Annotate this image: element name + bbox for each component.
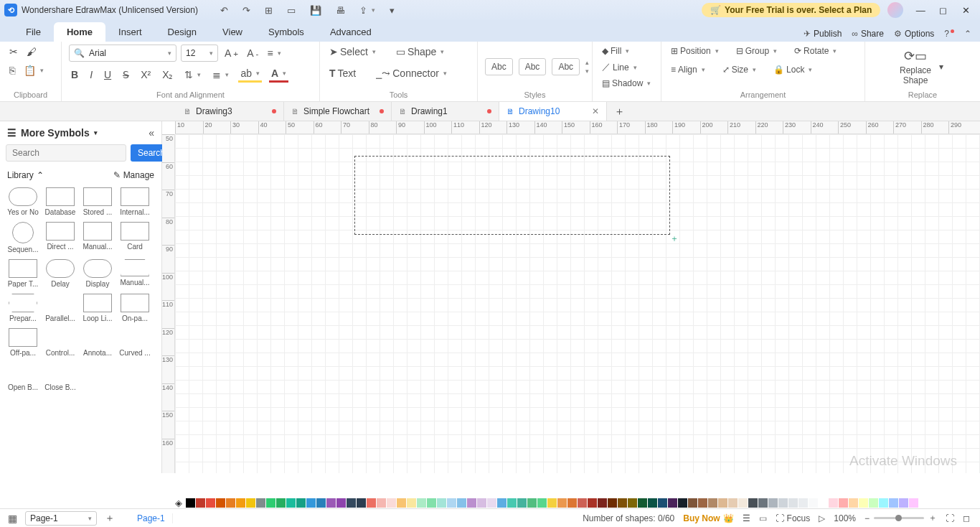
canvas[interactable]: 1020304050607080901001101201301401501601…	[162, 121, 980, 473]
color-swatch[interactable]	[909, 498, 918, 508]
tab-symbols[interactable]: Symbols	[255, 22, 317, 42]
color-swatch[interactable]	[798, 498, 808, 508]
color-swatch[interactable]	[226, 498, 235, 508]
color-swatch[interactable]	[377, 498, 386, 508]
document-tab[interactable]: 🗎Drawing1	[392, 102, 499, 121]
style-preset-2[interactable]: Abc	[519, 58, 547, 75]
page-layout-icon[interactable]: ▦	[6, 511, 19, 526]
color-swatch[interactable]	[326, 498, 336, 508]
shape-item[interactable]: Manual...	[79, 222, 116, 253]
color-swatch[interactable]	[547, 498, 557, 508]
color-swatch[interactable]	[427, 498, 436, 508]
eyedropper-icon[interactable]: ◈	[175, 498, 182, 508]
format-painter-icon[interactable]: 🖌	[24, 45, 39, 59]
color-swatch[interactable]	[758, 498, 768, 508]
shape-item[interactable]: Close B...	[42, 363, 79, 391]
style-preset-3[interactable]: Abc	[552, 58, 580, 75]
text-tool[interactable]: T Text	[327, 66, 358, 80]
redo-icon[interactable]: ↷	[240, 4, 253, 17]
shadow-button[interactable]: ▤ Shadow	[600, 77, 653, 90]
color-swatch[interactable]	[206, 498, 215, 508]
new-tab-button[interactable]: ＋	[607, 105, 632, 118]
buy-now-link[interactable]: Buy Now 👑	[683, 513, 733, 523]
manage-button[interactable]: ✎Manage	[113, 170, 154, 180]
document-tab[interactable]: 🗎Drawing3	[176, 102, 284, 121]
color-swatch[interactable]	[306, 498, 316, 508]
color-swatch[interactable]	[437, 498, 446, 508]
line-spacing-icon[interactable]: ⇅	[182, 67, 203, 82]
collapse-ribbon-button[interactable]: ⌃	[964, 29, 971, 39]
shape-item[interactable]: Open B...	[4, 363, 42, 391]
color-swatch[interactable]	[768, 498, 778, 508]
color-swatch[interactable]	[748, 498, 758, 508]
tab-file[interactable]: File	[13, 22, 54, 42]
color-swatch[interactable]	[216, 498, 225, 508]
new-icon[interactable]: ⊞	[263, 4, 275, 17]
color-swatch[interactable]	[286, 498, 296, 508]
document-tab[interactable]: 🗎Simple Flowchart	[284, 102, 392, 121]
color-swatch[interactable]	[829, 498, 838, 508]
document-tab[interactable]: 🗎Drawing10✕	[499, 102, 607, 121]
replace-dropdown[interactable]: ▾	[937, 60, 946, 73]
tab-advanced[interactable]: Advanced	[317, 22, 385, 42]
color-swatch[interactable]	[517, 498, 527, 508]
presentation-icon[interactable]: ▭	[759, 513, 767, 523]
expand-panel-icon[interactable]: «	[149, 127, 154, 139]
shape-item[interactable]: Direct ...	[42, 222, 79, 253]
symbol-search-input[interactable]	[6, 144, 126, 162]
color-swatch[interactable]	[336, 498, 346, 508]
copy-icon[interactable]: ⎘	[7, 63, 17, 78]
color-swatch[interactable]	[788, 498, 798, 508]
color-swatch[interactable]	[849, 498, 858, 508]
qat-more-icon[interactable]: ▾	[387, 4, 397, 17]
save-icon[interactable]: 💾	[308, 4, 324, 17]
focus-button[interactable]: ⛶ Focus	[776, 513, 811, 523]
rotate-button[interactable]: ⟳ Rotate	[792, 45, 839, 57]
underline-button[interactable]: U	[102, 67, 113, 82]
shape-item[interactable]: Database	[42, 187, 79, 216]
print-icon[interactable]: 🖶	[334, 4, 347, 17]
shape-item[interactable]: Prepar...	[4, 294, 42, 322]
color-swatch[interactable]	[447, 498, 456, 508]
export-icon[interactable]: ⇪	[357, 4, 377, 17]
undo-icon[interactable]: ↶	[218, 4, 230, 17]
color-swatch[interactable]	[266, 498, 275, 508]
color-swatch[interactable]	[718, 498, 727, 508]
style-preset-1[interactable]: Abc	[485, 58, 513, 75]
color-swatch[interactable]	[698, 498, 707, 508]
minimize-button[interactable]: —	[910, 5, 930, 16]
zoom-out-button[interactable]: −	[864, 513, 870, 523]
color-swatch[interactable]	[869, 498, 878, 508]
text-align-icon[interactable]: ≡	[265, 46, 283, 60]
color-swatch[interactable]	[889, 498, 898, 508]
color-swatch[interactable]	[839, 498, 848, 508]
decrease-font-icon[interactable]: A-	[245, 46, 260, 60]
paste-icon[interactable]: 📋	[22, 63, 46, 78]
shape-item[interactable]: Manual...	[116, 259, 154, 288]
shape-item[interactable]: Display	[79, 259, 116, 288]
fill-button[interactable]: ◆ Fill	[600, 45, 631, 57]
color-swatch[interactable]	[668, 498, 677, 508]
italic-button[interactable]: I	[88, 67, 95, 82]
shape-item[interactable]: Annota...	[79, 328, 116, 357]
color-swatch[interactable]	[658, 498, 667, 508]
color-swatch[interactable]	[598, 498, 607, 508]
font-color-icon[interactable]: A	[269, 66, 288, 83]
subscript-button[interactable]: X₂	[160, 67, 175, 82]
color-swatch[interactable]	[347, 498, 356, 508]
bullets-icon[interactable]: ≣	[210, 67, 231, 82]
color-swatch[interactable]	[457, 498, 466, 508]
color-swatch[interactable]	[507, 498, 517, 508]
color-swatch[interactable]	[678, 498, 687, 508]
tab-view[interactable]: View	[209, 22, 255, 42]
shape-item[interactable]: Control...	[42, 328, 79, 357]
zoom-in-button[interactable]: ＋	[928, 512, 937, 524]
color-swatch[interactable]	[256, 498, 265, 508]
zoom-slider[interactable]	[874, 517, 924, 519]
color-swatch[interactable]	[387, 498, 396, 508]
color-swatch[interactable]	[588, 498, 597, 508]
style-gallery-more[interactable]: ▴▾	[585, 59, 589, 75]
shape-item[interactable]: Parallel...	[42, 294, 79, 322]
avatar[interactable]	[887, 2, 903, 18]
publish-button[interactable]: ✈Publish	[804, 29, 842, 39]
